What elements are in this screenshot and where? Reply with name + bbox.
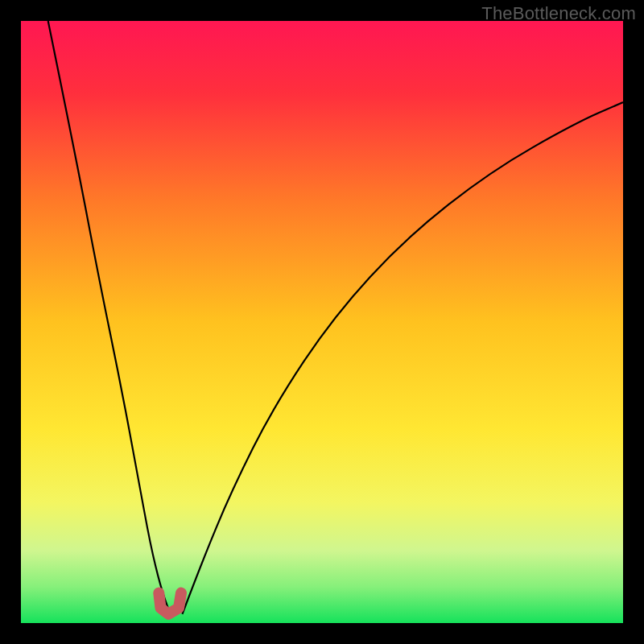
valley-marker bbox=[159, 593, 181, 614]
watermark-text: TheBottleneck.com bbox=[481, 3, 636, 24]
right-arm-curve bbox=[183, 102, 624, 614]
left-arm-curve bbox=[48, 21, 171, 614]
curve-layer bbox=[21, 21, 623, 623]
plot-area bbox=[21, 21, 623, 623]
chart-frame: TheBottleneck.com bbox=[0, 0, 644, 644]
